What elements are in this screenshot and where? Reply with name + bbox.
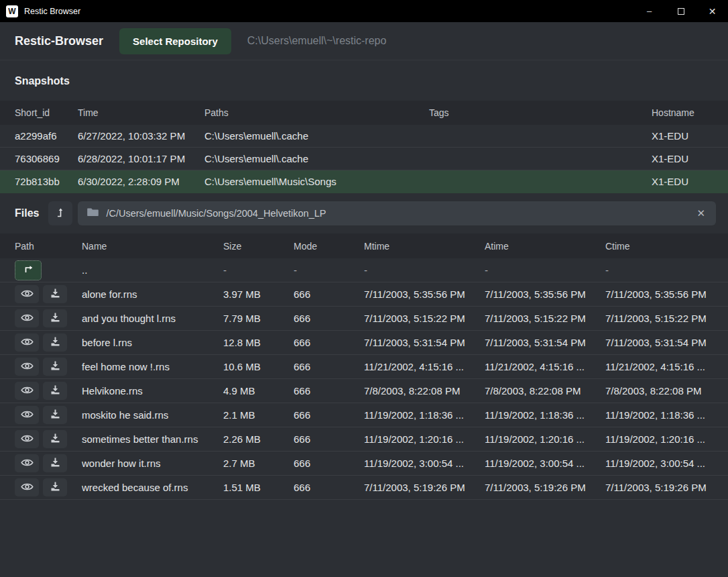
eye-icon <box>21 434 34 445</box>
select-repository-button[interactable]: Select Repository <box>119 28 231 54</box>
file-mode: 666 <box>294 458 364 469</box>
file-row[interactable]: wrecked because of.rns 1.51 MB 666 7/11/… <box>0 476 728 500</box>
file-size: 7.79 MB <box>223 313 294 324</box>
eye-icon <box>21 482 34 493</box>
close-icon: ✕ <box>709 6 717 17</box>
download-file-button[interactable] <box>43 309 67 327</box>
file-mtime: - <box>364 264 485 276</box>
file-mode: 666 <box>294 482 364 493</box>
snapshot-hostname: X1-EDU <box>652 153 717 164</box>
view-file-button[interactable] <box>15 285 39 303</box>
file-row[interactable]: and you thought l.rns 7.79 MB 666 7/11/2… <box>0 307 728 331</box>
file-atime: 7/11/2003, 5:19:26 PM <box>485 482 605 493</box>
download-file-button[interactable] <box>43 382 67 400</box>
snapshot-short-id: 76306869 <box>15 153 78 164</box>
column-header-mode: Mode <box>294 241 364 252</box>
column-header-atime: Atime <box>485 241 605 252</box>
download-icon <box>50 288 60 301</box>
file-atime: 11/19/2002, 1:18:36 ... <box>485 409 605 421</box>
snapshots-heading: Snapshots <box>0 60 728 101</box>
file-atime: 11/21/2002, 4:15:16 ... <box>485 361 605 372</box>
view-file-button[interactable] <box>15 358 39 376</box>
file-row[interactable]: feel home now !.rns 10.6 MB 666 11/21/20… <box>0 355 728 379</box>
files-heading: Files <box>15 207 39 219</box>
snapshot-hostname: X1-EDU <box>652 176 717 187</box>
snapshot-row[interactable]: a2299af6 6/27/2022, 10:03:32 PM C:\Users… <box>0 125 728 148</box>
download-file-button[interactable] <box>43 285 67 303</box>
file-mtime: 11/19/2002, 1:20:16 ... <box>364 433 485 445</box>
snapshot-short-id: 72b813bb <box>15 176 78 187</box>
file-row[interactable]: before l.rns 12.8 MB 666 7/11/2003, 5:31… <box>0 331 728 355</box>
go-to-parent-button[interactable] <box>15 260 42 280</box>
snapshot-row[interactable]: 72b813bb 6/30/2022, 2:28:09 PM C:\Users\… <box>0 170 728 193</box>
file-ctime: 11/19/2002, 1:18:36 ... <box>605 409 721 421</box>
view-file-button[interactable] <box>15 382 39 400</box>
eye-icon <box>21 337 34 348</box>
download-file-button[interactable] <box>43 406 67 424</box>
file-ctime: 7/11/2003, 5:15:22 PM <box>605 313 721 324</box>
column-header-short-id: Short_id <box>15 107 78 118</box>
column-header-ctime: Ctime <box>605 241 721 252</box>
download-file-button[interactable] <box>43 358 67 376</box>
view-file-button[interactable] <box>15 478 39 496</box>
snapshots-table-body: a2299af6 6/27/2022, 10:03:32 PM C:\Users… <box>0 125 728 193</box>
file-size: 2.1 MB <box>223 409 294 421</box>
parent-directory-row[interactable]: .. - - - - - <box>0 258 728 282</box>
file-ctime: 11/19/2002, 1:20:16 ... <box>605 433 721 445</box>
download-icon <box>50 337 60 349</box>
eye-icon <box>21 410 34 421</box>
column-header-paths: Paths <box>204 107 429 118</box>
snapshot-paths: C:\Users\emuell\.cache <box>204 153 429 164</box>
view-file-button[interactable] <box>15 333 39 352</box>
download-icon <box>50 313 60 325</box>
file-row[interactable]: alone for.rns 3.97 MB 666 7/11/2003, 5:3… <box>0 282 728 307</box>
file-name: before l.rns <box>82 337 223 348</box>
maximize-button[interactable] <box>665 0 696 22</box>
download-file-button[interactable] <box>43 333 67 352</box>
file-size: 4.9 MB <box>223 385 294 397</box>
file-size: 3.97 MB <box>223 288 294 300</box>
file-atime: 11/19/2002, 1:20:16 ... <box>485 433 605 445</box>
file-path-input[interactable] <box>106 208 688 219</box>
file-mtime: 7/8/2003, 8:22:08 PM <box>364 385 485 397</box>
snapshot-paths: C:\Users\emuell\.cache <box>204 130 429 142</box>
view-file-button[interactable] <box>15 430 39 448</box>
minimize-button[interactable]: – <box>633 0 665 22</box>
file-row[interactable]: sometimes better than.rns 2.26 MB 666 11… <box>0 427 728 452</box>
download-icon <box>50 482 60 494</box>
eye-icon <box>21 289 34 300</box>
file-row[interactable]: moskito he said.rns 2.1 MB 666 11/19/200… <box>0 403 728 427</box>
files-table-header: Path Name Size Mode Mtime Atime Ctime <box>0 233 728 258</box>
download-file-button[interactable] <box>43 454 67 472</box>
column-header-size: Size <box>223 241 294 252</box>
file-mtime: 11/21/2002, 4:15:16 ... <box>364 361 485 372</box>
snapshot-time: 6/27/2022, 10:03:32 PM <box>78 130 204 142</box>
download-file-button[interactable] <box>43 430 67 448</box>
file-size: 10.6 MB <box>223 361 294 372</box>
file-name: wrecked because of.rns <box>82 482 223 493</box>
view-file-button[interactable] <box>15 309 39 327</box>
file-row[interactable]: wonder how it.rns 2.7 MB 666 11/19/2002,… <box>0 452 728 476</box>
file-ctime: 7/11/2003, 5:35:56 PM <box>605 288 721 300</box>
eye-icon <box>21 458 34 469</box>
file-path-field[interactable]: ✕ <box>78 201 716 225</box>
clear-path-button[interactable]: ✕ <box>695 207 707 219</box>
snapshot-row[interactable]: 76306869 6/28/2022, 10:01:17 PM C:\Users… <box>0 148 728 170</box>
view-file-button[interactable] <box>15 454 39 472</box>
window-title: Restic Browser <box>24 7 80 16</box>
open-path-button[interactable] <box>48 201 72 225</box>
file-size: 12.8 MB <box>223 337 294 348</box>
file-mtime: 7/11/2003, 5:31:54 PM <box>364 337 485 348</box>
app-header: Restic-Browser Select Repository C:\User… <box>0 22 728 60</box>
repository-path: C:\Users\emuell\~\restic-repo <box>247 35 387 47</box>
snapshot-hostname: X1-EDU <box>652 130 717 142</box>
file-row[interactable]: Helvikone.rns 4.9 MB 666 7/8/2003, 8:22:… <box>0 379 728 403</box>
file-mtime: 7/11/2003, 5:35:56 PM <box>364 288 485 300</box>
close-button[interactable]: ✕ <box>696 0 728 22</box>
snapshot-short-id: a2299af6 <box>15 130 78 142</box>
file-ctime: 7/11/2003, 5:31:54 PM <box>605 337 721 348</box>
view-file-button[interactable] <box>15 406 39 424</box>
download-file-button[interactable] <box>43 478 67 496</box>
app-title: Restic-Browser <box>15 34 103 48</box>
file-name: .. <box>82 264 223 276</box>
